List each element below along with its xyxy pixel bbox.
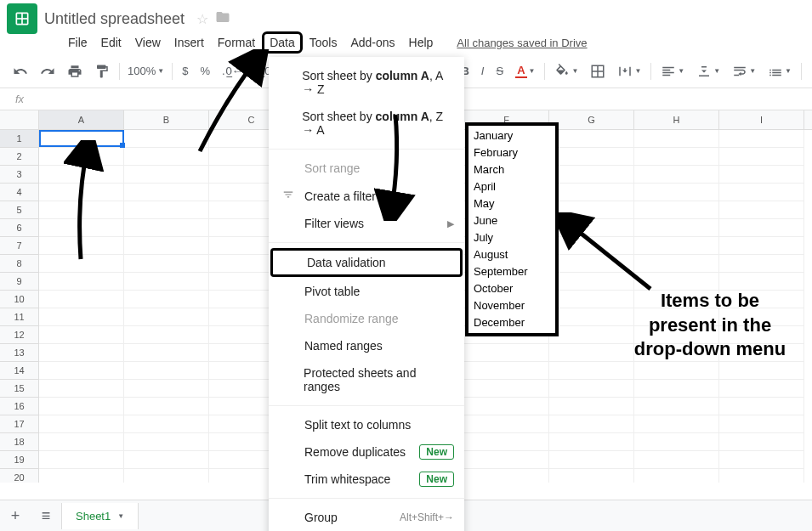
cell-B20[interactable] [124, 469, 209, 483]
cell-F15[interactable] [464, 380, 549, 397]
cell-A17[interactable] [39, 415, 124, 432]
cell-I4[interactable] [719, 184, 804, 201]
menu-help[interactable]: Help [402, 32, 440, 53]
row-label-6[interactable]: 6 [0, 219, 38, 237]
cell-A8[interactable] [39, 255, 124, 272]
menu-file[interactable]: File [61, 32, 94, 53]
cell-B10[interactable] [124, 291, 209, 308]
cell-B3[interactable] [124, 166, 209, 183]
menu-view[interactable]: View [128, 32, 168, 53]
cell-G8[interactable] [549, 255, 634, 272]
remove-duplicates-item[interactable]: Remove duplicatesNew [269, 438, 464, 466]
cell-G7[interactable] [549, 237, 634, 254]
row-label-13[interactable]: 13 [0, 344, 38, 362]
menu-addons[interactable]: Add-ons [344, 32, 401, 53]
sort-za-item[interactable]: Sort sheet by column A, Z → A [269, 103, 464, 144]
cell-B7[interactable] [124, 237, 209, 254]
cell-H6[interactable] [634, 219, 719, 236]
strike-button[interactable]: S [491, 61, 508, 81]
row-label-12[interactable]: 12 [0, 326, 38, 344]
cell-G4[interactable] [549, 184, 634, 201]
row-label-19[interactable]: 19 [0, 451, 38, 469]
cell-B11[interactable] [124, 308, 209, 325]
row-label-11[interactable]: 11 [0, 308, 38, 326]
redo-button[interactable] [35, 60, 60, 82]
cell-I17[interactable] [719, 415, 804, 432]
create-filter-item[interactable]: Create a filter [269, 182, 464, 210]
doc-title[interactable]: Untitled spreadsheet [44, 10, 185, 28]
named-ranges-item[interactable]: Named ranges [269, 332, 464, 359]
split-text-item[interactable]: Split text to columns [269, 411, 464, 438]
align-button[interactable]: ▼ [656, 60, 690, 82]
cell-B5[interactable] [124, 201, 209, 218]
cell-A1[interactable] [39, 130, 124, 147]
menu-data[interactable]: Data [262, 31, 303, 54]
menu-tools[interactable]: Tools [303, 32, 344, 53]
sheets-logo[interactable] [7, 3, 37, 34]
sheet-tab-1[interactable]: Sheet1▼ [61, 503, 139, 529]
cell-I9[interactable] [719, 273, 804, 290]
cell-G5[interactable] [549, 201, 634, 218]
row-label-2[interactable]: 2 [0, 148, 38, 166]
add-sheet-button[interactable]: + [0, 507, 31, 525]
wrap-button[interactable]: ▼ [727, 60, 761, 82]
cell-F18[interactable] [464, 433, 549, 450]
rotate-button[interactable]: ▼ [763, 60, 797, 82]
cell-G16[interactable] [549, 398, 634, 415]
cell-F19[interactable] [464, 451, 549, 468]
row-label-20[interactable]: 20 [0, 469, 38, 483]
cell-I3[interactable] [719, 166, 804, 183]
col-header-A[interactable]: A [39, 110, 124, 129]
row-label-16[interactable]: 16 [0, 398, 38, 415]
cell-A3[interactable] [39, 166, 124, 183]
cell-H9[interactable] [634, 273, 719, 290]
trim-whitespace-item[interactable]: Trim whitespaceNew [269, 466, 464, 493]
protected-sheets-item[interactable]: Protected sheets and ranges [269, 359, 464, 400]
cell-H2[interactable] [634, 148, 719, 165]
row-label-17[interactable]: 17 [0, 415, 38, 433]
data-validation-item[interactable]: Data validation [270, 248, 463, 277]
cell-G18[interactable] [549, 433, 634, 450]
cell-B12[interactable] [124, 326, 209, 343]
cell-H19[interactable] [634, 451, 719, 468]
sheet-tab-caret-icon[interactable]: ▼ [117, 512, 124, 520]
menu-format[interactable]: Format [211, 32, 262, 53]
row-label-8[interactable]: 8 [0, 255, 38, 273]
cell-B1[interactable] [124, 130, 209, 147]
cell-G10[interactable] [549, 291, 634, 308]
row-label-10[interactable]: 10 [0, 291, 38, 308]
cell-A10[interactable] [39, 291, 124, 308]
cell-H16[interactable] [634, 398, 719, 415]
undo-button[interactable] [8, 60, 33, 82]
cell-A12[interactable] [39, 326, 124, 343]
cell-G9[interactable] [549, 273, 634, 290]
dec-minus-button[interactable]: .0̲← [217, 61, 248, 81]
cell-G13[interactable] [549, 344, 634, 361]
cell-G19[interactable] [549, 451, 634, 468]
cell-F17[interactable] [464, 415, 549, 432]
cell-H17[interactable] [634, 415, 719, 432]
cell-F20[interactable] [464, 469, 549, 483]
cell-H15[interactable] [634, 380, 719, 397]
cell-A19[interactable] [39, 451, 124, 468]
cell-G6[interactable] [549, 219, 634, 236]
cell-I18[interactable] [719, 433, 804, 450]
percent-button[interactable]: % [195, 61, 215, 81]
group-item[interactable]: GroupAlt+Shift+→ [269, 504, 464, 531]
cell-H3[interactable] [634, 166, 719, 183]
cell-A18[interactable] [39, 433, 124, 450]
all-sheets-button[interactable]: ≡ [31, 507, 61, 525]
folder-icon[interactable] [215, 9, 230, 28]
cell-B8[interactable] [124, 255, 209, 272]
cell-H18[interactable] [634, 433, 719, 450]
cell-G12[interactable] [549, 326, 634, 343]
cell-A6[interactable] [39, 219, 124, 236]
menu-edit[interactable]: Edit [94, 32, 128, 53]
cell-B15[interactable] [124, 380, 209, 397]
print-button[interactable] [62, 60, 88, 82]
cell-A13[interactable] [39, 344, 124, 361]
cell-G2[interactable] [549, 148, 634, 165]
cell-A7[interactable] [39, 237, 124, 254]
cell-I2[interactable] [719, 148, 804, 165]
cell-B19[interactable] [124, 451, 209, 468]
